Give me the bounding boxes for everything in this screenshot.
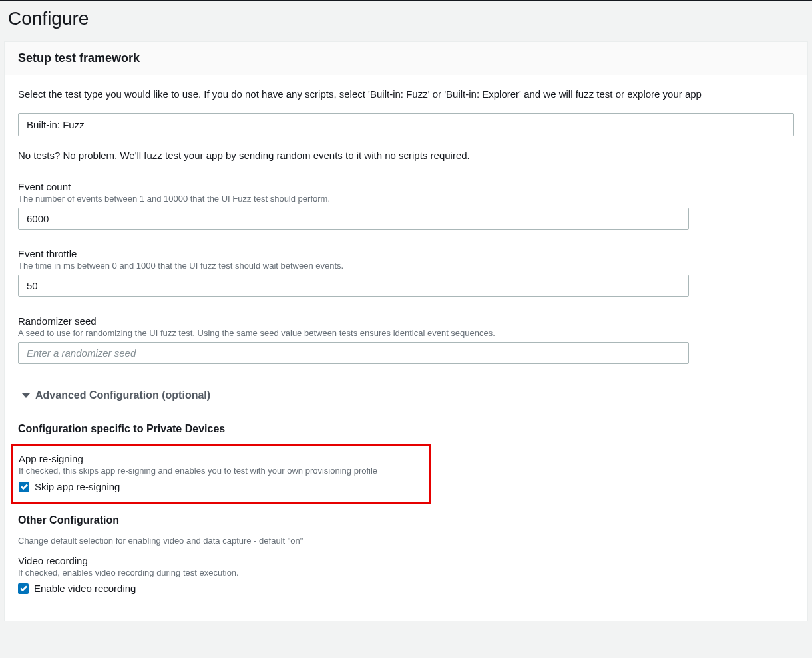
advanced-config-toggle[interactable]: Advanced Configuration (optional) [18,383,794,411]
caret-down-icon [22,393,30,398]
other-config-desc: Change default selection for enabling vi… [18,536,794,546]
randomizer-seed-block: Randomizer seed A seed to use for random… [18,315,794,364]
test-type-select[interactable]: Built-in: Fuzz [18,113,794,136]
video-recording-checkbox[interactable] [18,583,29,594]
test-type-select-wrap: Built-in: Fuzz [18,113,794,136]
skip-resigning-checkbox-label: Skip app re-signing [35,481,120,492]
private-devices-heading: Configuration specific to Private Device… [18,423,794,435]
intro-text: Select the test type you would like to u… [18,88,794,100]
randomizer-seed-input[interactable] [18,342,689,364]
video-recording-label: Video recording [18,555,794,566]
other-config-heading: Other Configuration [18,514,794,526]
card-body: Select the test type you would like to u… [5,75,807,621]
no-tests-hint: No tests? No problem. We'll fuzz test yo… [18,150,794,161]
event-throttle-input[interactable] [18,275,689,297]
app-resigning-label: App re-signing [19,453,423,464]
card-header-title: Setup test framework [18,51,794,65]
randomizer-seed-label: Randomizer seed [18,315,794,327]
advanced-config-label: Advanced Configuration (optional) [35,389,210,401]
randomizer-seed-desc: A seed to use for randomizing the UI fuz… [18,328,794,338]
event-count-label: Event count [18,181,794,192]
event-throttle-desc: The time in ms between 0 and 1000 that t… [18,261,794,271]
event-count-desc: The number of events between 1 and 10000… [18,194,794,204]
video-recording-checkbox-label: Enable video recording [34,583,136,594]
event-count-input[interactable] [18,208,689,230]
video-recording-row: Enable video recording [18,583,794,594]
card-header: Setup test framework [5,42,807,75]
event-throttle-label: Event throttle [18,248,794,259]
check-icon [21,484,28,490]
app-resigning-highlight: App re-signing If checked, this skips ap… [11,444,431,504]
event-count-block: Event count The number of events between… [18,181,794,230]
event-throttle-block: Event throttle The time in ms between 0 … [18,248,794,297]
skip-resigning-row: Skip app re-signing [19,481,423,492]
app-resigning-desc: If checked, this skips app re-signing an… [19,466,423,476]
other-config-section: Other Configuration Change default selec… [18,514,794,594]
setup-card: Setup test framework Select the test typ… [4,41,808,621]
page-title: Configure [8,8,804,29]
page-header: Configure [0,1,812,41]
check-icon [20,585,27,591]
video-recording-desc: If checked, enables video recording duri… [18,568,794,577]
skip-resigning-checkbox[interactable] [19,482,29,492]
